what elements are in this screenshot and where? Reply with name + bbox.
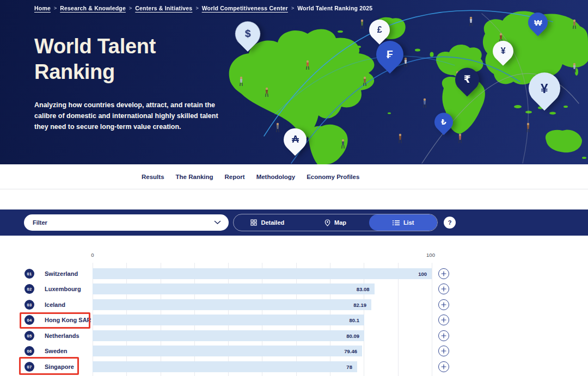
breadcrumb-world-competitiveness-center[interactable]: World Competitiveness Center xyxy=(202,5,288,11)
axis-tick-max: 100 xyxy=(426,252,435,258)
expand-row-button[interactable] xyxy=(438,361,449,372)
score-value: 100 xyxy=(418,271,427,277)
tab-economy-profiles[interactable]: Economy Profiles xyxy=(307,174,359,180)
yen-symbol: ¥ xyxy=(541,81,548,96)
view-button-list[interactable]: List xyxy=(369,214,437,231)
country-label: Luxembourg xyxy=(45,281,81,297)
breadcrumb-separator: > xyxy=(291,5,294,11)
plus-icon xyxy=(441,271,446,276)
view-button-map[interactable]: Map xyxy=(302,214,370,231)
lira-symbol: ₺ xyxy=(441,118,446,126)
rank-badge: 03 xyxy=(24,300,34,310)
rank-badge: 05 xyxy=(24,331,34,341)
expand-row-button[interactable] xyxy=(438,283,449,294)
score-value: 80.09 xyxy=(346,333,359,339)
filter-label: Filter xyxy=(33,219,47,226)
ranking-chart: 0 100 01 Switzerland 100 02 Luxembourg 8… xyxy=(0,236,588,376)
country-label: Netherlands xyxy=(45,328,79,343)
breadcrumb-separator: > xyxy=(54,5,57,11)
plus-icon xyxy=(441,348,446,354)
plus-icon xyxy=(441,286,446,292)
filter-bar: Filter Detailed Map xyxy=(0,209,588,236)
tab-report[interactable]: Report xyxy=(225,174,245,180)
currency-pin-franc: ₣ xyxy=(376,41,403,68)
currency-pin-yen: ¥ xyxy=(493,41,513,61)
breadcrumb-home[interactable]: Home xyxy=(34,5,51,11)
plus-icon xyxy=(441,302,446,307)
currency-pin-won: ₩ xyxy=(528,13,548,32)
axis-tick-min: 0 xyxy=(91,252,94,258)
spacer xyxy=(0,189,588,209)
score-value: 78 xyxy=(346,364,352,370)
breadcrumb: Home > Research & Knowledge > Centers & … xyxy=(34,5,372,11)
breadcrumb-separator: > xyxy=(129,5,132,11)
pound-symbol: £ xyxy=(377,25,382,35)
tab-the-ranking[interactable]: The Ranking xyxy=(176,174,213,180)
section-tabbar: Results The Ranking Report Methodology E… xyxy=(0,164,588,189)
ranking-row-switzerland: 01 Switzerland 100 xyxy=(0,266,588,281)
tab-results[interactable]: Results xyxy=(142,174,164,180)
rupee-symbol: ₹ xyxy=(464,73,471,85)
currency-pin-austral: ₳ xyxy=(284,128,307,151)
country-label: Switzerland xyxy=(45,266,78,281)
score-bar: 80.09 xyxy=(93,330,432,341)
highlight-box-singapore xyxy=(19,357,79,375)
view-label: List xyxy=(403,219,414,226)
world-map: $ £ ₣ ₳ ₩ ¥ ₹ ¥ ₺ xyxy=(226,0,588,164)
view-label: Map xyxy=(334,219,346,226)
hero-description: Analyzing how countries develop, attract… xyxy=(34,100,226,132)
currency-pin-dollar: $ xyxy=(235,21,260,46)
score-bar: 78 xyxy=(93,361,432,372)
breadcrumb-centers-initiatives[interactable]: Centers & Initiatives xyxy=(135,5,192,11)
plus-icon xyxy=(441,333,446,338)
score-value: 83.08 xyxy=(357,286,370,292)
plus-icon xyxy=(441,317,446,323)
expand-row-button[interactable] xyxy=(438,315,449,325)
page-title-line1: World Talent xyxy=(34,35,156,58)
filter-dropdown[interactable]: Filter xyxy=(24,214,229,231)
ranking-row-netherlands: 05 Netherlands 80.09 xyxy=(0,328,588,343)
currency-pin-pound: £ xyxy=(369,20,390,40)
score-value: 80.1 xyxy=(350,317,360,323)
ranking-row-iceland: 03 Iceland 82.19 xyxy=(0,297,588,312)
score-value: 82.19 xyxy=(353,302,366,308)
view-switcher: Detailed Map List xyxy=(233,214,438,231)
tab-methodology[interactable]: Methodology xyxy=(256,174,296,180)
hero-section: $ £ ₣ ₳ ₩ ¥ ₹ ¥ ₺ Home > Research & Know… xyxy=(0,0,588,164)
score-bar: 79.46 xyxy=(93,346,432,356)
score-bar: 100 xyxy=(93,268,432,279)
austral-symbol: ₳ xyxy=(292,134,299,145)
country-label: Sweden xyxy=(45,343,68,359)
expand-row-button[interactable] xyxy=(438,346,449,356)
score-bar: 83.08 xyxy=(93,283,432,294)
expand-row-button[interactable] xyxy=(438,330,449,341)
view-button-detailed[interactable]: Detailed xyxy=(234,214,302,231)
chevron-down-icon xyxy=(214,220,221,225)
ranking-row-sweden: 06 Sweden 79.46 xyxy=(0,343,588,359)
score-bar: 80.1 xyxy=(93,315,432,325)
rank-badge: 02 xyxy=(24,284,34,294)
rank-badge: 01 xyxy=(24,269,34,279)
map-pin-icon xyxy=(324,219,330,226)
currency-pin-yen-large: ¥ xyxy=(529,72,560,104)
page-title-line2: Ranking xyxy=(34,60,115,83)
plus-icon xyxy=(441,364,446,369)
ranking-row-singapore: 07 Singapore 78 xyxy=(0,359,588,374)
franc-symbol: ₣ xyxy=(387,48,393,61)
expand-row-button[interactable] xyxy=(438,268,449,279)
breadcrumb-current-page: World Talent Ranking 2025 xyxy=(297,5,372,11)
yen-symbol: ¥ xyxy=(501,46,506,56)
country-label: Iceland xyxy=(45,297,65,312)
breadcrumb-research-knowledge[interactable]: Research & Knowledge xyxy=(60,5,126,11)
grid-icon xyxy=(250,219,257,226)
list-icon xyxy=(393,220,400,226)
currency-pin-lira: ₺ xyxy=(434,113,453,131)
highlight-box-hong-kong xyxy=(20,312,90,329)
expand-row-button[interactable] xyxy=(438,299,449,310)
help-button[interactable]: ? xyxy=(444,217,456,229)
score-value: 79.46 xyxy=(344,348,357,354)
page-title: World Talent Ranking xyxy=(34,34,156,85)
currency-pin-rupee: ₹ xyxy=(455,67,479,91)
rank-badge: 06 xyxy=(24,346,34,356)
ranking-row-luxembourg: 02 Luxembourg 83.08 xyxy=(0,281,588,297)
